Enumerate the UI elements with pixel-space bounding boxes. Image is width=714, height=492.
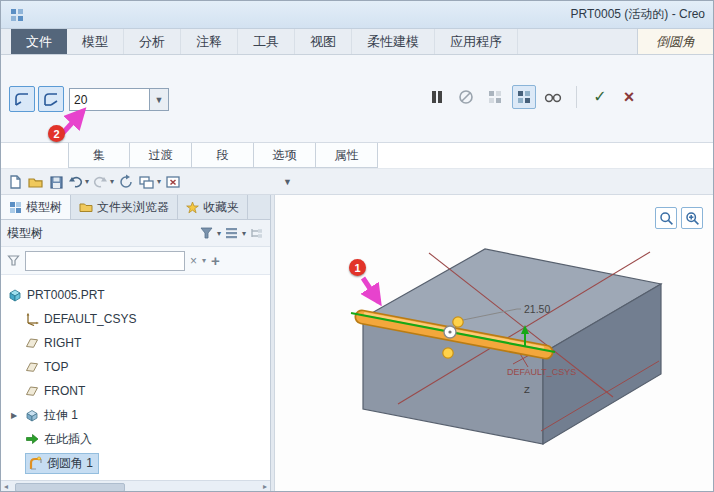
dashboard-panel-tabs: 集 过渡 段 选项 属性 — [1, 143, 713, 169]
scroll-right-icon[interactable]: ▸ — [263, 482, 267, 491]
undo-caret-icon[interactable]: ▾ — [85, 177, 89, 186]
tree-filter-icon[interactable] — [199, 226, 214, 240]
ok-button[interactable]: ✓ — [588, 85, 612, 109]
tab-flexible-modeling[interactable]: 柔性建模 — [352, 29, 435, 54]
unattached-preview-icon — [487, 89, 503, 105]
tree-item-right[interactable]: RIGHT — [1, 331, 270, 355]
windows-caret-icon[interactable]: ▾ — [157, 177, 161, 186]
zoom-in-button[interactable] — [681, 207, 703, 229]
dashtab-options[interactable]: 选项 — [254, 143, 316, 168]
model-tree-header: 模型树 ▾ ▾ — [1, 220, 270, 247]
preview-toggle-button[interactable] — [512, 85, 536, 109]
tree-item-label: 拉伸 1 — [44, 407, 78, 424]
tab-favorites[interactable]: 收藏夹 — [178, 195, 248, 219]
tree-item-label: FRONT — [44, 384, 85, 398]
radius-dimension-label[interactable]: 21.50 — [524, 303, 550, 315]
3d-model-scene: 21.50 DEFAULT_CSYS Z — [275, 195, 714, 492]
anchor-handle-dot — [448, 330, 451, 333]
dashtab-properties[interactable]: 属性 — [316, 143, 378, 168]
tab-analysis[interactable]: 分析 — [124, 29, 181, 54]
navigator-tabs: 模型树 文件夹浏览器 收藏夹 — [1, 195, 270, 220]
graphics-viewport[interactable]: 21.50 DEFAULT_CSYS Z 1 — [275, 195, 713, 492]
tab-applications[interactable]: 应用程序 — [435, 29, 518, 54]
add-filter-icon[interactable]: + — [211, 252, 220, 269]
round-dashboard: ▼ — [1, 55, 713, 143]
glasses-icon — [544, 90, 562, 104]
tab-view[interactable]: 视图 — [295, 29, 352, 54]
model-tree-header-icons: ▾ ▾ — [199, 226, 264, 240]
tab-folder-browser[interactable]: 文件夹浏览器 — [71, 195, 178, 219]
qat-save-icon[interactable] — [48, 174, 64, 190]
cancel-icon: × — [624, 85, 635, 109]
check-icon: ✓ — [593, 85, 606, 109]
navigator-panel: 模型树 文件夹浏览器 收藏夹 模型树 — [1, 195, 271, 492]
extrude-icon — [25, 408, 39, 422]
qat-new-icon[interactable] — [7, 174, 23, 190]
clear-filter-icon[interactable]: × — [190, 254, 197, 268]
cancel-button[interactable]: × — [617, 85, 641, 109]
creo-window: PRT0005 (活动的) - Creo 文件 模型 分析 注释 工具 视图 柔… — [0, 0, 714, 492]
tree-item-front[interactable]: FRONT — [1, 379, 270, 403]
expander-icon[interactable]: ▶ — [11, 411, 20, 420]
tree-item-top[interactable]: TOP — [1, 355, 270, 379]
tree-columns-icon[interactable] — [224, 226, 239, 240]
radius-drag-handle[interactable] — [443, 348, 453, 358]
tree-horizontal-scrollbar[interactable]: ◂ ▸ — [1, 480, 270, 492]
tree-filter-row: × ▾ + — [1, 247, 270, 275]
dashtab-pieces[interactable]: 段 — [192, 143, 254, 168]
unattached-preview-button[interactable] — [483, 85, 507, 109]
qat-regenerate-icon[interactable] — [118, 174, 134, 190]
tab-tools[interactable]: 工具 — [238, 29, 295, 54]
verify-button[interactable] — [541, 85, 565, 109]
tree-item-round[interactable]: 倒圆角 1 — [1, 451, 270, 475]
radius-drag-handle[interactable] — [453, 317, 463, 327]
tree-item-label: DEFAULT_CSYS — [44, 312, 136, 326]
tree-settings-icon[interactable] — [249, 226, 264, 240]
tree-item-insert-here[interactable]: 在此插入 — [1, 427, 270, 451]
tree-item-extrude[interactable]: ▶ 拉伸 1 — [1, 403, 270, 427]
redo-caret-icon[interactable]: ▾ — [110, 177, 114, 186]
tree-columns-caret-icon[interactable]: ▾ — [242, 229, 246, 238]
title-bar: PRT0005 (活动的) - Creo — [1, 1, 713, 29]
star-icon — [186, 201, 199, 214]
datum-plane-icon — [25, 384, 39, 398]
scroll-left-icon[interactable]: ◂ — [4, 482, 8, 491]
tree-item-label: TOP — [44, 360, 68, 374]
no-preview-button[interactable] — [454, 85, 478, 109]
tree-filter-caret-icon[interactable]: ▾ — [217, 229, 221, 238]
tree-item-default-csys[interactable]: DEFAULT_CSYS — [1, 307, 270, 331]
quick-access-toolbar: ▾ ▾ ▾ ▼ — [1, 169, 713, 195]
qat-redo-icon[interactable] — [93, 174, 108, 189]
selected-tree-item[interactable]: 倒圆角 1 — [25, 453, 99, 474]
tab-round-contextual[interactable]: 倒圆角 — [637, 29, 713, 54]
qat-undo-icon[interactable] — [68, 174, 83, 189]
zoom-window-button[interactable] — [655, 207, 677, 229]
round-feature-icon — [28, 456, 42, 470]
tree-item-part[interactable]: PRT0005.PRT — [1, 283, 270, 307]
round-mode-button-1[interactable] — [9, 86, 35, 112]
qat-windows-icon[interactable] — [138, 174, 155, 190]
scrollbar-thumb[interactable] — [15, 483, 125, 492]
filter-dropdown-icon[interactable]: ▾ — [202, 256, 206, 265]
tree-item-label: PRT0005.PRT — [27, 288, 105, 302]
model-tree: PRT0005.PRT DEFAULT_CSYS RIGHT — [1, 275, 270, 480]
tab-model-tree[interactable]: 模型树 — [1, 195, 71, 219]
tab-file[interactable]: 文件 — [11, 29, 67, 54]
graphics-toolbar-overflow-icon[interactable]: ▼ — [283, 177, 292, 187]
tab-annotate[interactable]: 注释 — [181, 29, 238, 54]
magnifier-icon — [659, 211, 674, 226]
graphics-zoom-buttons — [655, 207, 703, 229]
qat-close-window-icon[interactable] — [165, 174, 181, 190]
tab-folder-browser-label: 文件夹浏览器 — [97, 199, 169, 216]
tree-search-input[interactable] — [25, 251, 185, 271]
radius-dropdown-button[interactable]: ▼ — [149, 88, 169, 111]
dashtab-transitions[interactable]: 过渡 — [130, 143, 192, 168]
dropdown-arrow-icon: ▼ — [155, 95, 164, 105]
tab-model-tree-label: 模型树 — [26, 199, 62, 216]
pause-button[interactable] — [425, 85, 449, 109]
insert-here-icon — [25, 432, 39, 446]
dashtab-sets[interactable]: 集 — [68, 143, 130, 168]
tab-model[interactable]: 模型 — [67, 29, 124, 54]
qat-open-icon[interactable] — [27, 174, 44, 190]
window-title: PRT0005 (活动的) - Creo — [571, 6, 705, 23]
